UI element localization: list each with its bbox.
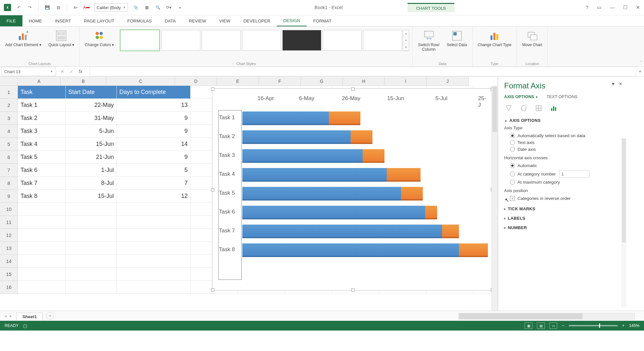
save-icon[interactable]: 💾 <box>44 4 50 11</box>
chart-style-thumb[interactable] <box>161 30 200 51</box>
cell[interactable] <box>66 255 117 268</box>
column-header[interactable]: C <box>106 77 175 86</box>
cell[interactable] <box>18 203 66 216</box>
chart-bar-row[interactable]: Task 1 <box>218 108 491 127</box>
radio-text-axis[interactable]: Text axis <box>504 139 621 146</box>
zoom-icon[interactable]: 🔍 <box>154 4 161 11</box>
cell[interactable]: Task 2 <box>18 112 66 125</box>
checkbox-categories-reverse[interactable]: ✓Categories in reverse order ↖ <box>504 195 621 202</box>
chart-bar-row[interactable]: Task 3 <box>218 146 491 165</box>
cell[interactable] <box>66 268 117 281</box>
cell[interactable]: 15-Jul <box>66 190 117 203</box>
tab-review[interactable]: REVIEW <box>182 15 213 26</box>
chart-bar-duration[interactable] <box>387 168 421 182</box>
formula-cancel-icon[interactable]: ✕ <box>60 69 64 74</box>
pane-scrollbar[interactable] <box>621 138 626 307</box>
cell[interactable]: 13 <box>117 99 191 112</box>
cell[interactable]: Days to Complete <box>117 86 191 99</box>
help-icon[interactable]: ? <box>586 5 588 10</box>
move-chart-button[interactable]: Move Chart <box>520 29 544 49</box>
chart-x-axis[interactable]: 16-Apr6-May26-May15-Jun5-Jul25-J <box>218 95 491 105</box>
column-header[interactable]: I <box>385 77 427 86</box>
axis-options-icon[interactable] <box>549 104 558 113</box>
chart-plot-area[interactable]: 16-Apr6-May26-May15-Jun5-Jul25-J Task 1T… <box>218 95 491 284</box>
column-header[interactable]: J <box>427 77 469 86</box>
chart-bar-duration[interactable] <box>442 225 459 238</box>
tab-data[interactable]: DATA <box>158 15 182 26</box>
cell[interactable]: 8-Jul <box>66 177 117 190</box>
chart-bar-start[interactable] <box>242 187 401 201</box>
cell[interactable]: 12 <box>117 190 191 203</box>
chart-bar-row[interactable]: Task 6 <box>218 202 491 221</box>
add-chart-element-button[interactable]: + Add Chart Element ▾ <box>3 29 43 49</box>
select-data-button[interactable]: Select Data <box>445 29 469 49</box>
radio-crosses-maximum[interactable]: At maximum category <box>504 179 621 186</box>
chart-bar-start[interactable] <box>242 111 329 125</box>
row-header[interactable]: 10 <box>0 203 18 216</box>
cell[interactable]: Task 7 <box>18 177 66 190</box>
row-header[interactable]: 1 <box>0 86 18 99</box>
tab-format[interactable]: FORMAT <box>307 15 338 26</box>
zoom-in-icon[interactable]: + <box>622 323 624 328</box>
chart-styles-gallery[interactable]: ▴▾▾ <box>119 29 409 52</box>
chart-bar-duration[interactable] <box>363 149 384 163</box>
row-header[interactable]: 6 <box>0 151 18 164</box>
cell[interactable] <box>66 242 117 255</box>
chart-bar-start[interactable] <box>242 168 387 182</box>
chart-bar-duration[interactable] <box>459 243 488 257</box>
cell[interactable] <box>117 203 191 216</box>
cell[interactable] <box>117 255 191 268</box>
chart-object[interactable]: 16-Apr6-May26-May15-Jun5-Jul25-J Task 1T… <box>212 88 493 291</box>
sheet-tab[interactable]: Sheet1 <box>16 313 43 320</box>
cell[interactable]: 31-May <box>66 112 117 125</box>
category-number-input[interactable] <box>559 170 590 178</box>
cell[interactable] <box>18 216 66 229</box>
cell[interactable]: Start Date <box>66 86 117 99</box>
chart-bar-duration[interactable] <box>351 130 372 144</box>
row-header[interactable]: 4 <box>0 125 18 138</box>
chart-style-thumb[interactable] <box>120 29 160 51</box>
cell[interactable]: 7 <box>117 177 191 190</box>
font-color-icon[interactable]: A <box>83 4 90 11</box>
cell[interactable]: 9 <box>117 151 191 164</box>
ribbon-options-icon[interactable]: ▭ <box>597 5 601 10</box>
preview-icon[interactable]: ▤ <box>55 4 61 11</box>
cell[interactable]: 1-Jul <box>66 164 117 177</box>
qat-more-icon[interactable]: ▾ <box>177 4 183 11</box>
cell[interactable] <box>117 216 191 229</box>
effects-icon[interactable] <box>519 104 528 113</box>
worksheet-area[interactable]: ABCDEFGHIJ 1TaskStart DateDays to Comple… <box>0 77 498 311</box>
name-box[interactable]: Chart 13▼ <box>1 67 56 76</box>
collapse-ribbon-icon[interactable]: ˄ <box>640 60 642 65</box>
maximize-icon[interactable]: ☐ <box>623 5 627 10</box>
column-header[interactable]: B <box>60 77 106 86</box>
row-header[interactable]: 14 <box>0 255 18 268</box>
chart-style-thumb[interactable] <box>323 30 362 51</box>
column-header[interactable]: G <box>301 77 343 86</box>
cell[interactable] <box>18 268 66 281</box>
tab-file[interactable]: FILE <box>0 15 22 26</box>
chart-bar-duration[interactable] <box>329 111 360 125</box>
zoom-out-icon[interactable]: − <box>562 323 564 328</box>
chart-bar-start[interactable] <box>242 130 351 144</box>
cell[interactable] <box>18 281 66 294</box>
cell[interactable]: Task 5 <box>18 151 66 164</box>
undo-icon[interactable]: ↶ <box>16 4 22 11</box>
chart-bar-row[interactable]: Task 5 <box>218 184 491 202</box>
fill-line-icon[interactable] <box>504 104 513 113</box>
chart-style-thumb[interactable] <box>242 30 281 51</box>
radio-crosses-automatic[interactable]: Automatic <box>504 162 621 169</box>
view-normal-icon[interactable]: ▦ <box>525 322 532 329</box>
chart-bar-start[interactable] <box>242 149 363 163</box>
cell[interactable]: Task 3 <box>18 125 66 138</box>
cell[interactable]: 9 <box>117 125 191 138</box>
radio-auto-axis-type[interactable]: Automatically select based on data <box>504 132 621 139</box>
attach-icon[interactable]: 📎 <box>132 4 139 11</box>
switch-row-column-button[interactable]: Switch Row/ Column <box>416 29 441 53</box>
pane-close-icon[interactable]: ✕ <box>619 81 623 86</box>
cell[interactable]: 15-Jun <box>66 138 117 151</box>
refresh-icon[interactable]: ⟳▾ <box>166 4 172 11</box>
vertical-scrollbar[interactable] <box>491 86 498 311</box>
chart-style-thumb[interactable] <box>202 30 241 51</box>
minimize-icon[interactable]: — <box>610 5 615 10</box>
